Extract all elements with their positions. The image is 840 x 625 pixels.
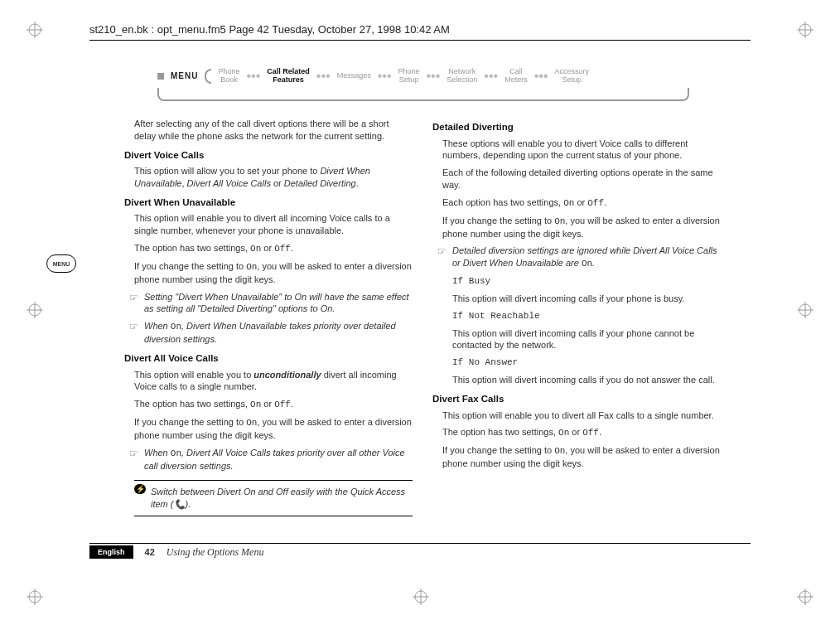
body-text: If you change the setting to On, you wil… xyxy=(442,444,721,470)
crop-mark-icon xyxy=(27,22,43,38)
body-text: The option has two settings, On or Off. xyxy=(134,242,413,255)
body-text: If you change the setting to On, you wil… xyxy=(134,416,413,442)
nav-dots-icon: ••• xyxy=(246,73,260,80)
nav-dots-icon: ••• xyxy=(316,73,331,80)
nav-item-call-related: Call RelatedFeatures xyxy=(267,68,310,85)
crop-mark-icon xyxy=(27,302,43,318)
note-text: When On, Divert All Voice Calls takes pr… xyxy=(144,447,413,472)
body-text: The option has two settings, On or Off. xyxy=(442,426,721,439)
crop-mark-icon xyxy=(797,302,813,318)
body-text: If you change the setting to On, you wil… xyxy=(442,215,721,240)
nav-border xyxy=(157,88,689,101)
note-text: Detailed diversion settings are ignored … xyxy=(452,245,721,270)
crop-mark-icon xyxy=(27,589,43,605)
nav-dots-icon: ••• xyxy=(378,73,392,80)
body-content: After selecting any of the call divert o… xyxy=(124,114,721,516)
body-text: This option will divert incoming calls i… xyxy=(452,374,721,386)
body-text: This option will enable you to divert al… xyxy=(442,409,721,422)
sub-option: If Busy xyxy=(452,275,721,288)
language-badge: English xyxy=(89,545,133,559)
sub-option: If Not Reachable xyxy=(452,310,721,322)
page-number: 42 xyxy=(145,547,155,557)
note-text: When On, Divert When Unavailable takes p… xyxy=(144,320,413,346)
body-text: This option will divert incoming calls i… xyxy=(452,293,721,305)
nav-item-meters: CallMeters xyxy=(504,68,528,85)
nav-item-accessory: AccessorySetup xyxy=(555,68,590,85)
crop-mark-icon xyxy=(797,589,813,605)
crop-mark-icon xyxy=(797,22,813,38)
menu-button-icon: MENU xyxy=(46,254,76,273)
heading-divert-unavailable: Divert When Unavailable xyxy=(124,196,413,210)
heading-detailed: Detailed Diverting xyxy=(432,121,721,134)
nav-item-phone-setup: PhoneSetup xyxy=(398,68,419,85)
left-column: After selecting any of the call divert o… xyxy=(124,114,413,516)
body-text: This option will enable you to divert al… xyxy=(134,212,413,237)
nav-dots-icon: ••• xyxy=(427,73,441,80)
header-rule xyxy=(89,40,751,41)
body-text: These options will enable you to divert … xyxy=(442,138,721,162)
nav-item-phonebook: PhoneBook xyxy=(218,68,239,85)
body-text: Each of the following detailed diverting… xyxy=(442,167,721,191)
intro-text: After selecting any of the call divert o… xyxy=(134,118,413,143)
nav-dots-icon: ••• xyxy=(534,73,548,80)
note-text: Setting "Divert When Unavailable" to On … xyxy=(144,291,413,316)
page-header: st210_en.bk : opt_menu.fm5 Page 42 Tuesd… xyxy=(89,23,450,36)
body-text: Each option has two settings, On or Off. xyxy=(442,196,721,210)
nav-dots-icon: ••• xyxy=(484,73,498,80)
nav-menu-label: MENU xyxy=(171,71,198,80)
body-text: This option will divert incoming calls i… xyxy=(452,327,721,352)
heading-divert-voice: Divert Voice Calls xyxy=(124,149,413,162)
heading-divert-fax: Divert Fax Calls xyxy=(432,393,721,406)
heading-divert-all: Divert All Voice Calls xyxy=(124,352,413,366)
crop-mark-icon xyxy=(413,589,429,605)
right-column: Detailed Diverting These options will en… xyxy=(432,114,721,516)
nav-item-messages: Messages xyxy=(337,72,371,80)
quick-access-tip: Switch between Divert On and Off easily … xyxy=(134,480,413,516)
sub-option: If No Answer xyxy=(452,356,721,369)
nav-bullet-icon xyxy=(157,73,164,80)
breadcrumb-nav: MENU PhoneBook ••• Call RelatedFeatures … xyxy=(157,68,589,85)
body-text: This option will enable you to unconditi… xyxy=(134,369,413,394)
body-text: This option will allow you to set your p… xyxy=(134,165,413,190)
body-text: The option has two settings, On or Off. xyxy=(134,398,413,411)
nav-item-network: NetworkSelection xyxy=(447,68,477,85)
page-footer: English 42 Using the Options Menu xyxy=(89,543,751,559)
nav-bracket-icon xyxy=(205,69,211,84)
footer-title: Using the Options Menu xyxy=(167,546,264,559)
body-text: If you change the setting to On, you wil… xyxy=(134,260,413,286)
